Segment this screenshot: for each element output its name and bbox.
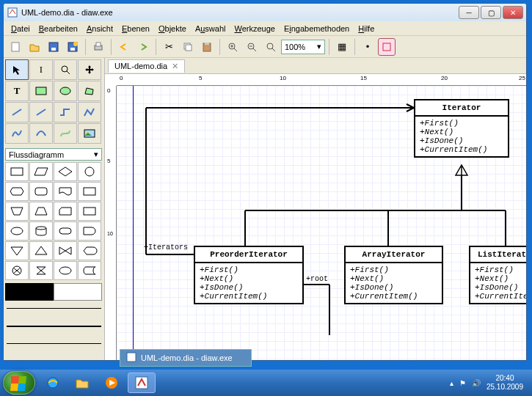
copy-button[interactable] [179, 38, 197, 56]
shape-rect3[interactable] [78, 202, 101, 221]
tray-flag-icon[interactable]: ⚑ [459, 379, 466, 387]
image-tool[interactable] [78, 123, 101, 144]
tray-volume-icon[interactable]: 🔊 [472, 379, 481, 387]
line-style-controls[interactable] [5, 304, 103, 361]
menu-bearbeiten[interactable]: Bearbeiten [34, 23, 82, 34]
menu-objekte[interactable]: Objekte [154, 23, 191, 34]
shape-display[interactable] [78, 241, 101, 260]
ruler-horizontal: 0 5 10 15 20 25 [117, 74, 526, 86]
shape-hourglass[interactable] [29, 261, 53, 280]
shape-trap-down[interactable] [5, 202, 29, 221]
box-tool[interactable] [29, 81, 53, 101]
system-tray[interactable]: ▴ ⚑ 🔊 20:40 25.10.2009 [450, 374, 529, 392]
tray-arrow-icon[interactable]: ▴ [450, 379, 453, 387]
uml-class-array[interactable]: ArrayIterator +First() +Next() +IsDone()… [344, 246, 443, 304]
zoom-out-button[interactable] [243, 38, 260, 56]
svg-rect-33 [35, 188, 47, 195]
line2-tool[interactable] [29, 102, 53, 122]
shape-category-combo[interactable]: Flussdiagramm▾ [5, 148, 102, 161]
undo-button[interactable] [115, 38, 133, 56]
arc-tool[interactable] [29, 123, 53, 144]
shape-trap-up[interactable] [29, 202, 53, 221]
shape-doc[interactable] [54, 182, 77, 201]
new-button[interactable] [7, 38, 24, 56]
shape-ellipse[interactable] [5, 221, 29, 241]
text-cursor-tool[interactable]: I [29, 59, 53, 80]
shape-parallelogram[interactable] [29, 162, 53, 181]
svg-line-27 [12, 109, 21, 115]
minimize-button[interactable]: ─ [459, 6, 479, 19]
zigzag-tool[interactable] [54, 102, 77, 122]
shape-tri-down[interactable] [5, 241, 29, 260]
menu-auswahl[interactable]: Auswahl [191, 23, 230, 34]
app-icon [7, 7, 18, 18]
shape-hexagon[interactable] [5, 182, 29, 201]
zoom-combo[interactable]: 100%▾ [281, 40, 325, 54]
polygon-tool[interactable] [78, 81, 101, 101]
magnify-tool[interactable] [54, 59, 77, 80]
canvas[interactable]: Iterator +First() +Next() +IsDone() +Cur… [117, 86, 526, 360]
shape-card[interactable] [54, 202, 77, 221]
svg-rect-29 [84, 130, 95, 137]
shape-delay[interactable] [78, 221, 101, 241]
shape-rect2[interactable] [78, 182, 101, 201]
ellipse-tool[interactable] [54, 81, 77, 101]
menu-ansicht[interactable]: Ansicht [82, 23, 117, 34]
titlebar[interactable]: UML-demo.dia - diaw.exe ─ ▢ ✕ [4, 4, 526, 21]
scroll-tool[interactable] [78, 59, 101, 80]
svg-rect-1 [12, 43, 19, 51]
text-tool[interactable]: T [5, 81, 29, 101]
redo-button[interactable] [134, 38, 152, 56]
menu-datei[interactable]: Datei [7, 23, 34, 34]
menu-eingabe[interactable]: Eingabemethoden [280, 23, 354, 34]
zoom-in-button[interactable] [224, 38, 241, 56]
tab-close-icon[interactable]: ✕ [172, 62, 178, 71]
shape-stadium[interactable] [54, 221, 77, 241]
taskbar-wmp[interactable] [98, 373, 125, 393]
menu-werkzeuge[interactable]: Werkzeuge [230, 23, 279, 34]
polyline-tool[interactable] [78, 102, 101, 122]
taskbar-ie[interactable] [40, 373, 66, 393]
connector-tool[interactable] [54, 123, 77, 144]
pointer-tool[interactable] [5, 59, 29, 80]
uml-class-list[interactable]: ListIterator +First() +Next() +IsDone() … [469, 246, 526, 304]
uml-class-preorder[interactable]: PreorderIterator +First() +Next() +IsDon… [194, 246, 304, 304]
taskbar-dia[interactable] [128, 373, 156, 393]
bezier-tool[interactable] [5, 123, 29, 144]
menu-hilfe[interactable]: Hilfe [354, 23, 379, 34]
paste-button[interactable] [198, 38, 216, 56]
taskbar-explorer[interactable] [69, 373, 95, 393]
shape-diamond[interactable] [54, 162, 77, 181]
document-tab[interactable]: UML-demo.dia ✕ [108, 59, 185, 73]
shape-rect[interactable] [5, 162, 29, 181]
svg-point-26 [60, 87, 70, 95]
shape-cylinder[interactable] [29, 221, 53, 241]
saveas-button[interactable] [64, 38, 81, 56]
print-button[interactable] [90, 38, 107, 56]
shape-tri-up[interactable] [29, 241, 53, 260]
taskbar-preview[interactable]: UML-demo.dia - diaw.exe [120, 349, 252, 367]
open-button[interactable] [26, 38, 43, 56]
zoom-fit-button[interactable] [262, 38, 280, 56]
maximize-button[interactable]: ▢ [481, 6, 501, 19]
shape-tri-pair[interactable] [54, 241, 77, 260]
grid-toggle[interactable]: ▦ [333, 38, 351, 56]
svg-line-18 [253, 48, 256, 51]
snap-object[interactable] [378, 38, 396, 56]
start-button[interactable] [3, 371, 35, 395]
shape-circle[interactable] [78, 162, 101, 181]
snap-point[interactable]: • [359, 38, 376, 56]
shape-ellipse2[interactable] [54, 261, 77, 280]
close-button[interactable]: ✕ [503, 6, 523, 19]
bg-color[interactable] [54, 283, 102, 301]
shape-roundrect[interactable] [29, 182, 53, 201]
shape-storage[interactable] [78, 261, 101, 280]
menu-ebenen[interactable]: Ebenen [117, 23, 154, 34]
line-tool[interactable] [5, 102, 29, 122]
save-button[interactable] [45, 38, 62, 56]
tray-clock[interactable]: 20:40 25.10.2009 [487, 374, 523, 392]
uml-class-iterator[interactable]: Iterator +First() +Next() +IsDone() +Cur… [414, 99, 509, 158]
shape-circle-x[interactable] [5, 261, 29, 280]
fg-color[interactable] [5, 283, 54, 301]
cut-button[interactable]: ✂ [160, 38, 178, 56]
